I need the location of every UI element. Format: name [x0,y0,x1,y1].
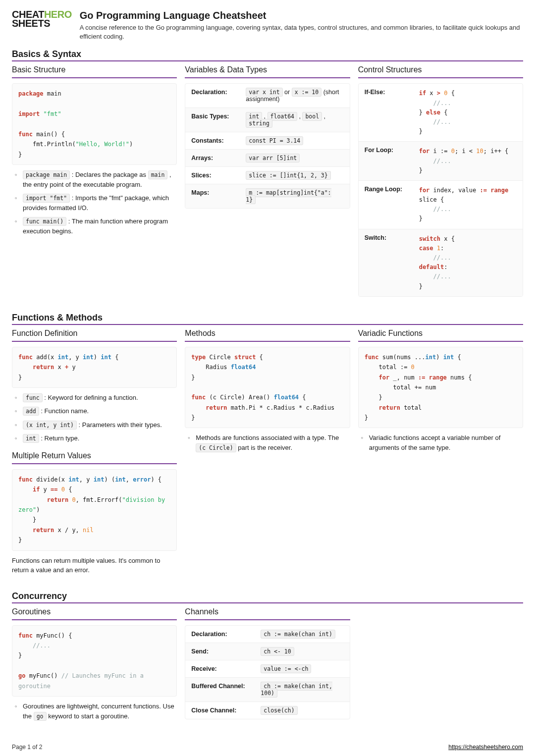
page-subtitle: A concise reference to the Go programmin… [80,23,523,41]
section-functions-heading: Functions & Methods [12,313,523,325]
card-title: Goroutines [12,607,177,616]
code-basic-structure: package main import "fmt" func main() { … [12,83,177,165]
card-variadic: Variadic Functions func sum(nums ...int)… [358,329,523,461]
card-methods: Methods type Circle struct { Radius floa… [185,329,350,461]
section-basics-heading: Basics & Syntax [12,49,523,61]
card-title: Channels [185,607,350,616]
card-title: Variadic Functions [358,329,523,338]
table-variables: Declaration:var x int or x := 10 (short … [185,83,350,209]
code-goroutines: func myFunc() { //... } go myFunc() // L… [12,625,177,697]
card-title: Function Definition [12,329,177,338]
notes-methods: Methods are functions associated with a … [185,433,350,452]
card-goroutines: Goroutines func myFunc() { //... } go my… [12,607,177,729]
page-title: Go Programming Language Cheatsheet [80,10,523,21]
code-mult-return: func divide(x int, y int) (int, error) {… [12,469,177,551]
code-func-defn: func add(x int, y int) int { return x + … [12,347,177,388]
notes-variadic: Variadic functions accept a variable num… [358,433,523,452]
page-footer: Page 1 of 2 https://cheatsheetshero.com [12,744,523,751]
notes-basic-structure: package main : Declares the package as m… [12,170,177,236]
card-basic-structure: Basic Structure package main import "fmt… [12,65,177,244]
code-methods: type Circle struct { Radius float64 } fu… [185,347,350,429]
card-title: Basic Structure [12,65,177,74]
card-control: Control Structures If-Else:if x > 0 { //… [358,65,523,304]
table-channels: Declaration:ch := make(chan int) Send:ch… [185,625,350,719]
footer-link[interactable]: https://cheatsheetshero.com [448,744,523,751]
logo-line2: SHEETS [12,19,72,28]
card-title: Multiple Return Values [12,451,177,460]
page-number: Page 1 of 2 [12,744,42,751]
code-variadic: func sum(nums ...int) int { total := 0 f… [358,347,523,429]
card-channels: Channels Declaration:ch := make(chan int… [185,607,350,727]
notes-func-defn: func : Keyword for defining a function. … [12,393,177,443]
table-control: If-Else:if x > 0 { //... } else { //... … [358,83,523,296]
section-concurrency-heading: Concurrency [12,591,523,603]
card-title: Methods [185,329,350,338]
logo: CHEATHERO SHEETS [12,10,72,41]
card-title: Control Structures [358,65,523,74]
para-mult-return: Functions can return multiple values. It… [12,556,177,575]
card-function-definition: Function Definition func add(x int, y in… [12,329,177,583]
notes-goroutines: Goroutines are lightweight, concurrent f… [12,702,177,721]
card-title: Variables & Data Types [185,65,350,74]
page-header: CHEATHERO SHEETS Go Programming Language… [12,10,523,41]
title-block: Go Programming Language Cheatsheet A con… [80,10,523,41]
card-variables: Variables & Data Types Declaration:var x… [185,65,350,216]
